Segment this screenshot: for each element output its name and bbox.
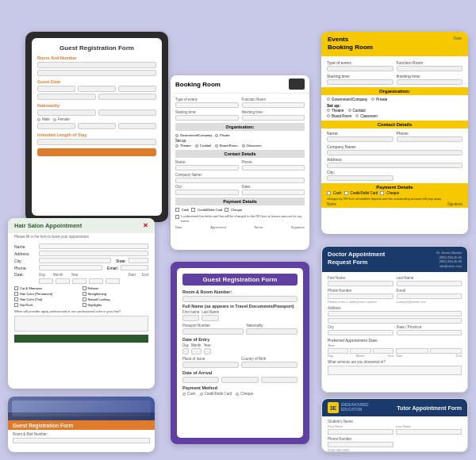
- card2-check-cash[interactable]: [327, 191, 331, 195]
- card2-check-card[interactable]: [344, 191, 348, 195]
- c6-mo-inp[interactable]: [350, 348, 370, 354]
- card1-radio-male[interactable]: Male: [37, 117, 50, 121]
- c3-start-inp[interactable]: [175, 115, 239, 121]
- c4-email-inp[interactable]: [121, 265, 148, 270]
- c6-street-inp[interactable]: [328, 311, 462, 316]
- card2-type-input[interactable]: [327, 66, 393, 71]
- c6-email-inp[interactable]: [397, 293, 463, 299]
- card2-radio-govt[interactable]: Government/Company: [327, 98, 367, 102]
- chk-natural[interactable]: [83, 297, 86, 301]
- c4-svc-color[interactable]: Hair Color (Permanent): [14, 292, 81, 296]
- c3-radio-govt[interactable]: Government/Company: [175, 133, 212, 137]
- c4-svc-natural[interactable]: Natural Looking: [83, 297, 149, 301]
- card2-radio-private[interactable]: Private: [371, 98, 387, 102]
- card2-company-input[interactable]: [327, 150, 463, 155]
- c3-theatre[interactable]: Theatre: [175, 144, 191, 148]
- c5-cheque[interactable]: Cheque: [236, 392, 253, 396]
- card2-name-input[interactable]: [327, 136, 393, 142]
- c3-co-inp[interactable]: [175, 178, 305, 183]
- card1-field-passport[interactable]: [37, 94, 96, 100]
- card1-field-month[interactable]: [78, 86, 116, 92]
- chk-cut[interactable]: [14, 286, 18, 290]
- c6-city-inp[interactable]: [328, 330, 393, 335]
- chk-hotrock[interactable]: [14, 303, 18, 307]
- c6-end-inp[interactable]: [430, 348, 463, 354]
- c4-svc-tint[interactable]: Hair Color (Tint): [14, 297, 81, 301]
- card1-field-e1[interactable]: [37, 109, 96, 116]
- c5-arr-d[interactable]: [182, 377, 219, 383]
- c3-phone-inp[interactable]: [242, 165, 305, 171]
- c6-fn-inp[interactable]: [328, 281, 393, 286]
- c6-start-inp[interactable]: [396, 348, 428, 354]
- card1-field-d1[interactable]: [37, 123, 75, 129]
- c4-end-inp[interactable]: [106, 278, 120, 284]
- c3-name-inp[interactable]: [175, 165, 239, 171]
- c6-ln-inp[interactable]: [397, 281, 463, 286]
- c4-note-area[interactable]: [14, 316, 148, 332]
- c5-nat-inp[interactable]: [246, 328, 298, 335]
- c5-room-inp[interactable]: [182, 296, 298, 302]
- card7-room-inp[interactable]: [13, 438, 150, 443]
- card2-phone-input[interactable]: [397, 136, 463, 142]
- c8-phone-inp[interactable]: [328, 442, 393, 447]
- chk-color[interactable]: [14, 292, 18, 296]
- c5-yr-inp[interactable]: [204, 348, 211, 355]
- c5-cash[interactable]: Cash: [182, 392, 196, 396]
- c6-addr2-inp[interactable]: [328, 318, 462, 324]
- c6-state-inp[interactable]: [397, 330, 463, 335]
- card1-field-d3[interactable]: [118, 123, 156, 129]
- c5-card[interactable]: Credit/Debit Card: [200, 392, 232, 396]
- c6-day-inp[interactable]: [328, 348, 348, 354]
- card2-theatre[interactable]: Theatre: [327, 109, 344, 113]
- c3-loc-inp[interactable]: [242, 102, 305, 108]
- card2-cocktail[interactable]: Cocktail: [348, 109, 366, 113]
- card2-start-input[interactable]: [327, 79, 393, 85]
- c4-phone-inp[interactable]: [39, 265, 102, 270]
- c3-radio-private[interactable]: Private: [215, 133, 229, 137]
- card1-field-fullname[interactable]: [37, 70, 156, 76]
- c5-poi-inp[interactable]: [182, 362, 239, 368]
- c4-city-inp[interactable]: [39, 258, 111, 263]
- c5-ln-inp[interactable]: [202, 315, 219, 321]
- card2-end-input[interactable]: [397, 79, 463, 85]
- c4-svc-highlights[interactable]: Highlights: [83, 303, 149, 307]
- card1-field-year[interactable]: [118, 86, 156, 92]
- c3-cocktail[interactable]: Cocktail: [195, 144, 211, 148]
- c5-day-inp[interactable]: [182, 348, 189, 355]
- card2-boardroom[interactable]: Board Room: [327, 114, 351, 118]
- c5-cob-inp[interactable]: [241, 362, 298, 368]
- c8-ln-inp[interactable]: [396, 429, 462, 435]
- card1-field-day[interactable]: [37, 86, 75, 92]
- card2-classroom[interactable]: Classroom: [355, 114, 378, 118]
- c4-addr-inp[interactable]: [39, 251, 148, 256]
- c6-referral-inp[interactable]: [328, 366, 462, 375]
- c5-arr-y[interactable]: [261, 377, 298, 383]
- c4-svc-cut[interactable]: Cut & Shampoo: [14, 286, 81, 290]
- chk-straight[interactable]: [83, 292, 86, 296]
- c3-classroom[interactable]: Classroom: [242, 144, 262, 148]
- chk-relaxer[interactable]: [83, 286, 86, 290]
- c4-svc-straight[interactable]: Straightening: [83, 292, 149, 296]
- card2-address-input[interactable]: [327, 163, 463, 168]
- c3-check-cash[interactable]: [175, 208, 179, 212]
- chk-tint[interactable]: [14, 297, 18, 301]
- c5-pass-inp[interactable]: [182, 328, 244, 335]
- card1-field-nationality[interactable]: [98, 94, 157, 100]
- card1-radio-female[interactable]: Female: [53, 117, 70, 121]
- c4-name-inp[interactable]: [39, 243, 148, 249]
- c5-arr-m[interactable]: [221, 377, 258, 383]
- c4-year-inp[interactable]: [72, 278, 86, 284]
- card2-check-cheque[interactable]: [380, 191, 384, 195]
- card1-field-room[interactable]: [37, 62, 156, 68]
- card2-location-input[interactable]: [397, 66, 463, 71]
- c8-fn-inp[interactable]: [328, 429, 393, 435]
- card1-field-d2[interactable]: [78, 123, 116, 129]
- c5-fn-inp[interactable]: [182, 315, 199, 321]
- card2-city-input[interactable]: [327, 175, 393, 181]
- chk-highlights[interactable]: [83, 303, 86, 307]
- card1-field-e2[interactable]: [98, 109, 157, 116]
- c4-start-inp[interactable]: [89, 278, 103, 284]
- c3-type-inp[interactable]: [175, 102, 239, 108]
- c4-svc-hotrock[interactable]: Hot Rock: [14, 303, 81, 307]
- c3-agree-check[interactable]: [175, 215, 179, 219]
